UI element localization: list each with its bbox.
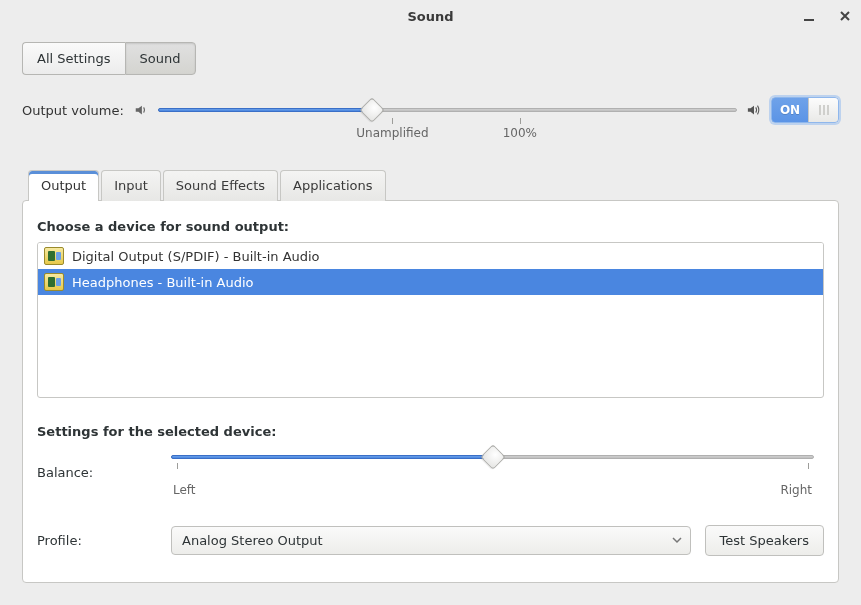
balance-label: Balance: (37, 465, 157, 480)
balance-slider[interactable] (171, 447, 814, 467)
output-volume-label: Output volume: (22, 103, 124, 118)
tab-output[interactable]: Output (28, 170, 99, 201)
profile-label: Profile: (37, 533, 157, 548)
close-button[interactable] (837, 8, 853, 24)
sound-card-icon (44, 273, 64, 291)
list-item[interactable]: Headphones - Built-in Audio (38, 269, 823, 295)
profile-value: Analog Stereo Output (182, 533, 323, 548)
balance-left-label: Left (173, 483, 196, 497)
device-label: Digital Output (S/PDIF) - Built-in Audio (72, 249, 320, 264)
window-buttons (801, 8, 853, 24)
minimize-button[interactable] (801, 8, 817, 24)
tick-100: 100% (503, 126, 537, 140)
chevron-down-icon (672, 533, 682, 548)
balance-right-label: Right (780, 483, 812, 497)
output-volume-row: Output volume: Unamplified 100% ON (22, 97, 839, 123)
speaker-low-icon (134, 103, 148, 117)
sound-card-icon (44, 247, 64, 265)
breadcrumb: All Settings Sound (22, 42, 839, 75)
profile-row: Profile: Analog Stereo Output Test Speak… (37, 525, 824, 556)
speaker-high-icon (747, 103, 761, 117)
content-area: All Settings Sound Output volume: Unampl… (0, 32, 861, 605)
switch-on-label: ON (772, 103, 808, 117)
output-panel: Choose a device for sound output: Digita… (22, 200, 839, 583)
balance-row: Balance: Left Right (37, 447, 824, 497)
settings-for-device-label: Settings for the selected device: (37, 424, 824, 439)
tab-input[interactable]: Input (101, 170, 161, 201)
tab-applications[interactable]: Applications (280, 170, 385, 201)
test-speakers-button[interactable]: Test Speakers (705, 525, 824, 556)
tick-unamplified: Unamplified (356, 126, 428, 140)
output-volume-switch[interactable]: ON (771, 97, 839, 123)
tabs: Output Input Sound Effects Applications (28, 169, 839, 200)
tab-sound-effects[interactable]: Sound Effects (163, 170, 278, 201)
breadcrumb-sound[interactable]: Sound (125, 42, 196, 75)
device-label: Headphones - Built-in Audio (72, 275, 254, 290)
breadcrumb-all-settings[interactable]: All Settings (22, 42, 125, 75)
profile-combobox[interactable]: Analog Stereo Output (171, 526, 691, 555)
output-volume-slider[interactable]: Unamplified 100% (158, 100, 737, 120)
titlebar: Sound (0, 0, 861, 32)
list-item[interactable]: Digital Output (S/PDIF) - Built-in Audio (38, 243, 823, 269)
switch-knob (808, 98, 838, 122)
window-title: Sound (0, 9, 861, 24)
output-device-list[interactable]: Digital Output (S/PDIF) - Built-in Audio… (37, 242, 824, 398)
choose-device-label: Choose a device for sound output: (37, 219, 824, 234)
sound-settings-window: Sound All Settings Sound Output volume: (0, 0, 861, 605)
